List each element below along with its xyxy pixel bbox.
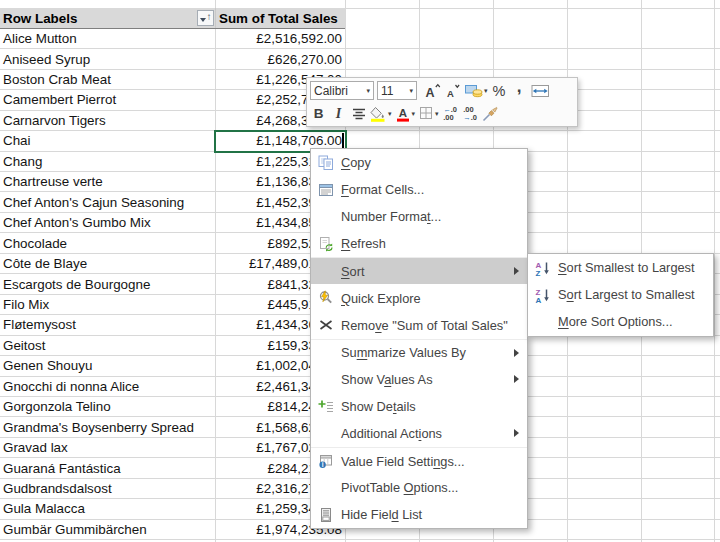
row-label-cell[interactable]: Gumbär Gummibärchen (3, 520, 147, 539)
row-label-cell[interactable]: Gudbrandsdalsost (3, 479, 112, 498)
font-size-select-value: 11 (381, 84, 393, 98)
menu-item-number-format[interactable]: Number Format... (311, 203, 527, 230)
row-label-cell[interactable]: Alice Mutton (3, 29, 77, 48)
mini-toolbar-row-2: BI▾A▾▾←.0.00.00→.0 (310, 102, 574, 125)
borders-icon (418, 106, 434, 121)
quick-explore-icon (311, 290, 341, 306)
row-label-cell[interactable]: Guaraná Fantástica (3, 458, 121, 477)
submenu-arrow-icon (514, 429, 519, 437)
row-label-cell[interactable]: Filo Mix (3, 295, 49, 314)
font-size-select[interactable]: 11▾ (377, 81, 417, 100)
menu-item-more-sort-options[interactable]: More Sort Options... (528, 308, 713, 335)
submenu-arrow-icon (514, 375, 519, 383)
row-label-cell[interactable]: Fløtemysost (3, 315, 76, 334)
decrease-decimal-button[interactable]: .00→.0 (462, 103, 479, 124)
svg-text:Z: Z (536, 268, 541, 276)
accounting-format-button[interactable]: ▾ (465, 80, 488, 101)
row-label-cell[interactable]: Genen Shouyu (3, 356, 92, 375)
grow-font-button[interactable]: A (425, 80, 442, 101)
table-row: Aniseed Syrup£626,270.00 (0, 49, 720, 69)
row-label-cell[interactable]: Chartreuse verte (3, 172, 103, 191)
row-labels-header[interactable]: Row Labels (3, 8, 77, 28)
row-label-cell[interactable]: Gorgonzola Telino (3, 397, 111, 416)
sum-of-total-sales-header[interactable]: Sum of Total Sales (219, 8, 338, 28)
italic-button[interactable]: I (330, 103, 347, 124)
menu-item-label: Show Values As (341, 372, 514, 387)
bold-button-label: B (314, 106, 324, 121)
row-label-cell[interactable]: Gula Malacca (3, 499, 85, 518)
row-label-cell[interactable]: Chef Anton's Cajun Seasoning (3, 193, 184, 212)
menu-item-label: Sort Smallest to Largest (558, 260, 713, 275)
menu-item-copy[interactable]: Copy (311, 149, 527, 176)
row-label-cell[interactable]: Boston Crab Meat (3, 70, 111, 89)
chevron-down-icon[interactable]: ▾ (409, 87, 413, 95)
value-field-settings-icon: i (311, 453, 341, 469)
menu-item-pivottable-options[interactable]: PivotTable Options... (311, 474, 527, 501)
menu-item-label: Refresh (341, 236, 527, 251)
chevron-down-icon[interactable]: ▾ (412, 110, 416, 118)
font-color-button[interactable]: A▾ (395, 103, 416, 124)
bold-button[interactable]: B (310, 103, 327, 124)
row-label-cell[interactable]: Grandma's Boysenberry Spread (3, 417, 194, 436)
chevron-down-icon[interactable]: ▾ (388, 110, 392, 118)
font-name-select[interactable]: Calibri▾ (310, 81, 374, 100)
row-label-cell[interactable]: Gravad lax (3, 438, 68, 457)
menu-item-quick-explore[interactable]: Quick Explore (311, 284, 527, 311)
sort-submenu: AZSort Smallest to LargestZASort Largest… (527, 253, 714, 337)
row-labels-sort-filter-button[interactable]: ↑ (197, 10, 214, 27)
row-label-cell[interactable]: Chocolade (3, 233, 67, 252)
row-label-cell[interactable]: Gnocchi di nonna Alice (3, 377, 139, 396)
svg-text:A: A (398, 107, 406, 119)
center-align-button[interactable] (350, 103, 367, 124)
row-label-cell[interactable]: Côte de Blaye (3, 254, 87, 273)
increase-decimal-button[interactable]: ←.0.00 (442, 103, 459, 124)
italic-button-label: I (333, 106, 344, 122)
menu-item-sort-largest-to-smallest[interactable]: ZASort Largest to Smallest (528, 281, 713, 308)
menu-item-label: Hide Field List (341, 507, 527, 522)
merge-center-icon (531, 84, 550, 98)
menu-item-refresh[interactable]: Refresh (311, 230, 527, 257)
shrink-font-button[interactable]: A (445, 80, 462, 101)
menu-item-show-values-as[interactable]: Show Values As (311, 366, 527, 393)
menu-item-label: Number Format... (341, 209, 527, 224)
row-label-cell[interactable]: Chef Anton's Gumbo Mix (3, 213, 151, 232)
row-label-cell[interactable]: Chang (3, 152, 42, 171)
submenu-arrow-icon (514, 349, 519, 357)
row-label-cell[interactable]: Camembert Pierrot (3, 90, 116, 109)
mini-toolbar-row-1: Calibri▾11▾AA▾%, (310, 79, 574, 102)
menu-item-additional-actions[interactable]: Additional Actions (311, 420, 527, 447)
value-cell[interactable]: £626,270.00 (215, 49, 345, 68)
row-label-cell[interactable]: Chai (3, 131, 31, 150)
row-label-cell[interactable]: Aniseed Syrup (3, 49, 90, 68)
percent-style-button[interactable]: % (491, 80, 508, 101)
show-details-icon (311, 398, 341, 414)
hide-field-list-icon (311, 507, 341, 523)
menu-item-label: Copy (341, 155, 527, 170)
fill-color-button[interactable]: ▾ (370, 103, 392, 124)
menu-item-label: Value Field Settings... (341, 454, 527, 469)
menu-item-value-field-settings[interactable]: iValue Field Settings... (311, 447, 527, 474)
menu-item-sort[interactable]: Sort (311, 257, 527, 284)
chevron-down-icon[interactable]: ▾ (435, 110, 439, 118)
format-painter-button[interactable] (482, 103, 499, 124)
menu-item-hide-field-list[interactable]: Hide Field List (311, 501, 527, 528)
mini-formatting-toolbar: Calibri▾11▾AA▾%, BI▾A▾▾←.0.00.00→.0 (306, 77, 578, 127)
row-label-cell[interactable]: Carnarvon Tigers (3, 111, 106, 130)
svg-text:A: A (425, 85, 434, 99)
menu-item-show-details[interactable]: Show Details (311, 393, 527, 420)
borders-button[interactable]: ▾ (418, 103, 439, 124)
merge-center-button[interactable] (531, 80, 550, 101)
svg-text:i: i (322, 461, 324, 468)
submenu-arrow-icon (514, 267, 519, 275)
menu-item-sort-smallest-to-largest[interactable]: AZSort Smallest to Largest (528, 254, 713, 281)
menu-item-format-cells[interactable]: Format Cells... (311, 176, 527, 203)
comma-style-button[interactable]: , (511, 80, 528, 101)
menu-item-remove-field[interactable]: Remove "Sum of Total Sales" (311, 312, 527, 339)
svg-text:A: A (447, 87, 454, 98)
row-label-cell[interactable]: Escargots de Bourgogne (3, 274, 150, 293)
value-cell[interactable]: £2,516,592.00 (215, 29, 345, 48)
chevron-down-icon[interactable]: ▾ (366, 87, 370, 95)
chevron-down-icon[interactable]: ▾ (484, 87, 488, 95)
menu-item-summarize-values-by[interactable]: Summarize Values By (311, 339, 527, 366)
row-label-cell[interactable]: Geitost (3, 336, 45, 355)
